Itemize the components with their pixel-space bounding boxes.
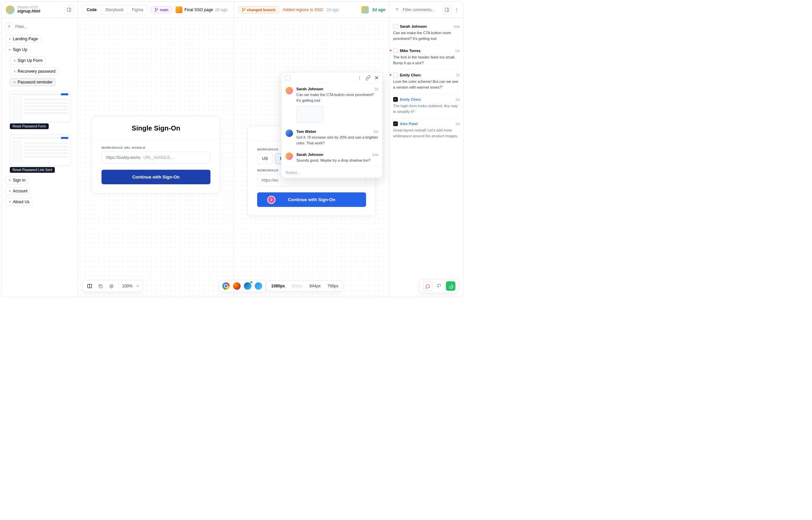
tree-item-about[interactable]: About Us xyxy=(5,198,32,206)
comment-author: Alex Patel xyxy=(400,122,418,126)
breakpoint-844[interactable]: 844px xyxy=(308,283,322,289)
safari-icon[interactable] xyxy=(255,282,262,290)
url-prefix: https://buddy.works xyxy=(106,155,141,160)
edge-icon[interactable] xyxy=(244,282,251,290)
tree-item-account[interactable]: Account xyxy=(5,187,30,195)
message-author: Tom Weber xyxy=(296,129,316,134)
changed-branch-pill[interactable]: changed branch xyxy=(238,6,279,14)
copy-button[interactable] xyxy=(97,282,104,290)
resolve-checkbox[interactable] xyxy=(285,75,290,80)
url-value: https://eu xyxy=(262,178,278,183)
user-avatar[interactable] xyxy=(6,5,15,14)
panel-right-icon xyxy=(445,7,449,12)
comment-checkbox[interactable] xyxy=(393,48,398,53)
close-icon[interactable] xyxy=(374,75,379,80)
tree-filter-input[interactable] xyxy=(15,24,74,29)
tab-storybook[interactable]: Storybook xyxy=(101,5,128,14)
svg-point-2 xyxy=(155,8,156,9)
tree-item-signup-form[interactable]: Sign Up Form xyxy=(10,56,46,65)
tab-code[interactable]: Code xyxy=(83,5,101,14)
thumbs-down-icon xyxy=(437,284,442,289)
popup-message: Sarah Johnson1d Can we make the CTA butt… xyxy=(281,84,382,126)
thumbs-up-button[interactable] xyxy=(446,281,455,291)
session-filename: signup.html xyxy=(17,9,62,14)
firefox-icon[interactable] xyxy=(233,282,241,290)
chevron-right-icon xyxy=(13,59,16,62)
chevron-right-icon xyxy=(13,70,16,73)
continue-sso-button-right[interactable]: 2 Continue with Sign-On xyxy=(257,192,366,207)
browser-group xyxy=(219,280,266,292)
more-vertical-icon[interactable] xyxy=(357,75,362,80)
tree-item-password-reminder[interactable]: Password reminder xyxy=(10,78,55,86)
message-avatar xyxy=(286,129,293,137)
workspace-url-input[interactable]: https://buddy.works URL_HANDLE... xyxy=(102,151,210,164)
comment-item[interactable]: Emily Chen:1h Love the color scheme! But… xyxy=(393,70,460,94)
comment-item[interactable]: ✓Emily Chen:1w The login form looks clut… xyxy=(393,94,460,119)
more-button[interactable] xyxy=(454,5,460,15)
comment-author: Mike Torres xyxy=(400,49,421,53)
message-author: Sarah Johnson xyxy=(296,152,323,157)
breakpoint-900[interactable]: 900px xyxy=(290,283,304,289)
breakpoint-group: 1080px 900px 844px 768px xyxy=(266,281,343,291)
canvas[interactable]: Single Sign-On WORKSPACE URL HANDLE http… xyxy=(78,18,389,297)
region-us[interactable]: US xyxy=(257,153,273,164)
view-tabs: Code Storybook Figma xyxy=(82,5,148,15)
toggle-comments-button[interactable] xyxy=(442,5,452,15)
comment-checkbox-checked[interactable]: ✓ xyxy=(393,97,398,102)
comment-mode-button[interactable] xyxy=(423,281,432,291)
tree-item-recovery[interactable]: Recorwery password xyxy=(10,67,59,75)
thumbnail-reset-form[interactable]: Reset Password Form xyxy=(10,91,71,129)
message-text: Can we make the CTA button more prominen… xyxy=(296,92,378,103)
svg-rect-0 xyxy=(67,8,71,11)
comment-text: Love the color scheme! But can we see a … xyxy=(393,79,460,90)
zoom-level[interactable]: 100% xyxy=(122,284,133,288)
link-icon[interactable] xyxy=(365,75,371,80)
comment-time: now xyxy=(454,25,460,28)
git-branch-icon xyxy=(242,8,246,11)
tree-item-landing[interactable]: Landing Page xyxy=(5,35,41,43)
chevron-down-icon[interactable] xyxy=(136,284,139,288)
thumbnail-link-sent[interactable]: Reset Password Link Sent xyxy=(10,135,71,173)
comments-filter-input[interactable] xyxy=(403,7,440,12)
comment-pin-badge[interactable]: 2 xyxy=(267,196,275,204)
comment-checkbox[interactable] xyxy=(393,24,398,29)
more-vertical-icon xyxy=(454,7,459,12)
comment-time: 1h xyxy=(456,73,460,77)
thumbs-down-button[interactable] xyxy=(434,281,444,291)
filter-button[interactable] xyxy=(5,23,13,31)
reply-input[interactable]: Replay... xyxy=(281,167,382,178)
session-area: Session #123 signup.html xyxy=(2,2,78,18)
comment-item[interactable]: Mike Torres1m The font in the header fee… xyxy=(393,46,460,70)
message-attachment[interactable] xyxy=(296,106,323,123)
comment-checkbox-checked[interactable]: ✓ xyxy=(393,121,398,126)
filter-icon xyxy=(7,25,11,29)
tree-item-signup[interactable]: Sign Up xyxy=(5,46,30,54)
filter-comments-button[interactable] xyxy=(393,5,401,15)
tree-item-signin[interactable]: Sign In xyxy=(5,176,28,184)
columns-icon xyxy=(87,283,92,289)
svg-point-4 xyxy=(157,9,158,9)
comment-text: The login form looks cluttered. Any way … xyxy=(393,103,460,114)
commit-title: Final SSO page xyxy=(184,7,213,12)
split-view-button[interactable] xyxy=(86,282,93,290)
chrome-icon[interactable] xyxy=(222,282,230,290)
breakpoint-1080[interactable]: 1080px xyxy=(270,283,286,289)
svg-point-6 xyxy=(242,10,243,11)
svg-point-3 xyxy=(155,10,156,11)
message-time: 1d xyxy=(375,87,378,91)
toggle-sidebar-button[interactable] xyxy=(64,5,74,15)
comment-item[interactable]: Sarah Johnsonnow Can we make the CTA but… xyxy=(393,21,460,46)
comment-checkbox[interactable] xyxy=(393,73,398,77)
diff-description: Added regions to SSO xyxy=(283,7,323,12)
comment-author: Emily Chen: xyxy=(400,97,422,101)
branch-pill[interactable]: main xyxy=(151,6,172,14)
breakpoint-768[interactable]: 768px xyxy=(326,283,340,289)
tab-figma[interactable]: Figma xyxy=(128,5,147,14)
comment-text: The font in the header feels too small. … xyxy=(393,54,460,66)
comment-item[interactable]: ✓Alex Patel1w Great layout overall! Let'… xyxy=(393,119,460,143)
comment-thread-popup: Sarah Johnson1d Can we make the CTA butt… xyxy=(281,72,383,178)
target-button[interactable] xyxy=(108,282,115,290)
message-avatar xyxy=(286,152,293,160)
top-right xyxy=(389,2,463,18)
continue-sso-button[interactable]: Continue with Sign-On xyxy=(102,170,210,184)
